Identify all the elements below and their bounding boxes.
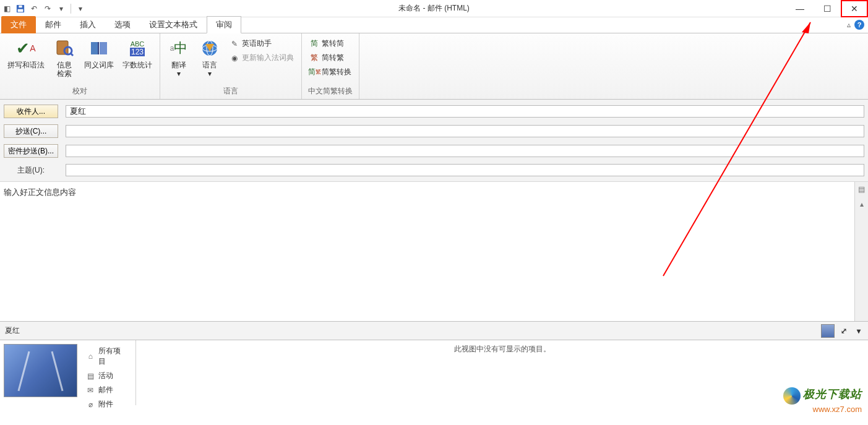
translate-button[interactable]: a中 翻译▾ bbox=[165, 36, 192, 79]
group-proofing: ✔A 拼写和语法 信息 检索 同义词库 ABC123 字数统计 bbox=[0, 33, 160, 99]
cc-button[interactable]: 抄送(C)... bbox=[4, 124, 58, 138]
ribbon-minimize-icon[interactable]: ▵ bbox=[847, 20, 851, 29]
sc-to-tc-button[interactable]: 繁 简转繁 bbox=[307, 51, 354, 64]
undo-icon[interactable]: ↶ bbox=[28, 3, 40, 14]
update-ime-label: 更新输入法词典 bbox=[242, 53, 294, 63]
contact-tabs: ⌂ 所有项目 ▤ 活动 ✉ 邮件 ⌀ 附件 bbox=[82, 344, 132, 401]
help-icon[interactable]: ? bbox=[854, 20, 864, 30]
english-assistant-label: 英语助手 bbox=[242, 38, 272, 49]
group-cjk-label: 中文简繁转换 bbox=[307, 85, 354, 99]
maximize-button[interactable]: ☐ bbox=[814, 0, 841, 17]
to-input[interactable] bbox=[66, 105, 864, 118]
group-language-label: 语言 bbox=[165, 85, 296, 99]
people-pane-content: 此视图中没有可显示的项目。 bbox=[136, 340, 868, 405]
english-assistant-button[interactable]: ✎ 英语助手 bbox=[227, 37, 296, 50]
tab-file[interactable]: 文件 bbox=[1, 16, 36, 33]
ribbon: ✔A 拼写和语法 信息 检索 同义词库 ABC123 字数统计 bbox=[0, 33, 868, 100]
customize-qat-icon[interactable]: ▾ bbox=[75, 3, 86, 14]
contact-avatar bbox=[4, 344, 77, 397]
home-icon: ⌂ bbox=[86, 352, 95, 361]
research-label: 信息 检索 bbox=[57, 61, 72, 78]
sc2tc-icon: 繁 bbox=[309, 53, 319, 63]
contact-thumbnail-small[interactable] bbox=[821, 324, 835, 338]
assist-icon: ✎ bbox=[230, 39, 239, 49]
research-button[interactable]: 信息 检索 bbox=[51, 36, 78, 79]
dropdown-icon[interactable]: ▾ bbox=[56, 3, 67, 14]
expand-icon[interactable]: ⤢ bbox=[838, 325, 849, 337]
cc-input[interactable] bbox=[66, 125, 864, 137]
ruler-icon[interactable]: ▤ bbox=[857, 184, 867, 194]
window-controls: — ☐ ✕ bbox=[786, 0, 868, 17]
tab-mail-items[interactable]: ✉ 邮件 bbox=[82, 383, 132, 397]
cjk-convert-button[interactable]: 简繁 简繁转换 bbox=[307, 66, 354, 79]
close-button[interactable]: ✕ bbox=[841, 0, 868, 17]
activity-label: 活动 bbox=[98, 371, 113, 381]
thesaurus-button[interactable]: 同义词库 bbox=[82, 36, 116, 71]
thesaurus-label: 同义词库 bbox=[84, 61, 114, 69]
tab-insert[interactable]: 插入 bbox=[71, 16, 105, 33]
scroll-up-icon[interactable]: ▴ bbox=[857, 199, 867, 209]
tab-format[interactable]: 设置文本格式 bbox=[140, 16, 207, 33]
watermark: 极光下载站 www.xz7.com bbox=[783, 387, 862, 414]
message-body[interactable]: 输入好正文信息内容 bbox=[0, 182, 854, 321]
svg-rect-2 bbox=[19, 5, 22, 7]
wordcount-button[interactable]: ABC123 字数统计 bbox=[120, 36, 155, 71]
thesaurus-icon bbox=[88, 37, 110, 59]
tc2sc-label: 繁转简 bbox=[322, 38, 344, 49]
attachments-label: 附件 bbox=[98, 399, 113, 410]
activity-icon: ▤ bbox=[86, 372, 95, 380]
language-label: 语言▾ bbox=[202, 61, 217, 78]
people-pane-body: ⌂ 所有项目 ▤ 活动 ✉ 邮件 ⌀ 附件 此视图中没有可显示的项目。 bbox=[0, 340, 868, 405]
group-cjk: 简 繁转简 繁 简转繁 简繁 简繁转换 中文简繁转换 bbox=[302, 33, 359, 99]
minimize-button[interactable]: — bbox=[786, 0, 814, 17]
watermark-title: 极光下载站 bbox=[803, 388, 862, 400]
spelling-icon: ✔A bbox=[15, 37, 37, 59]
tc2sc-icon: 简 bbox=[309, 39, 319, 49]
watermark-logo-icon bbox=[783, 387, 801, 405]
bcc-button[interactable]: 密件抄送(B)... bbox=[4, 144, 58, 158]
to-button[interactable]: 收件人... bbox=[4, 105, 58, 118]
cjk-convert-label: 简繁转换 bbox=[322, 67, 351, 77]
wordcount-label: 字数统计 bbox=[122, 61, 152, 69]
bcc-input[interactable] bbox=[66, 145, 864, 157]
research-icon bbox=[53, 37, 75, 59]
address-fields: 收件人... 抄送(C)... 密件抄送(B)... 主题(U): bbox=[0, 100, 868, 182]
subject-row: 主题(U): bbox=[4, 164, 864, 176]
tab-options[interactable]: 选项 bbox=[105, 16, 140, 33]
tab-attachments[interactable]: ⌀ 附件 bbox=[82, 397, 132, 411]
svg-rect-6 bbox=[91, 42, 98, 54]
body-wrap: 输入好正文信息内容 ▤ ▴ bbox=[0, 182, 868, 322]
tab-review[interactable]: 审阅 bbox=[207, 16, 241, 33]
cc-row: 抄送(C)... bbox=[4, 124, 864, 138]
language-button[interactable]: 语言▾ bbox=[196, 36, 223, 79]
tab-all-items[interactable]: ⌂ 所有项目 bbox=[82, 344, 132, 369]
subject-label: 主题(U): bbox=[4, 165, 58, 176]
empty-message: 此视图中没有可显示的项目。 bbox=[454, 345, 551, 353]
to-row: 收件人... bbox=[4, 105, 864, 118]
translate-label: 翻译▾ bbox=[171, 61, 186, 78]
subject-input[interactable] bbox=[66, 164, 864, 176]
ribbon-tabs: 文件 邮件 插入 选项 设置文本格式 审阅 ▵ ? bbox=[0, 17, 868, 33]
qat-icon[interactable]: ◧ bbox=[1, 3, 12, 14]
group-proofing-label: 校对 bbox=[5, 85, 155, 99]
watermark-url: www.xz7.com bbox=[783, 405, 862, 414]
tab-activity[interactable]: ▤ 活动 bbox=[82, 369, 132, 383]
contact-card: ⌂ 所有项目 ▤ 活动 ✉ 邮件 ⌀ 附件 bbox=[0, 340, 136, 405]
body-sidebar: ▤ ▴ bbox=[854, 182, 868, 321]
all-items-label: 所有项目 bbox=[98, 346, 128, 367]
update-ime-button[interactable]: ◉ 更新输入法词典 bbox=[227, 51, 296, 64]
mail-label: 邮件 bbox=[98, 385, 113, 395]
sc2tc-label: 简转繁 bbox=[322, 53, 344, 63]
tab-mail[interactable]: 邮件 bbox=[36, 16, 71, 33]
svg-rect-7 bbox=[100, 42, 107, 54]
group-language: a中 翻译▾ 语言▾ ✎ 英语助手 ◉ 更新输入法词典 语言 bbox=[160, 33, 302, 99]
spelling-button[interactable]: ✔A 拼写和语法 bbox=[5, 36, 47, 71]
svg-rect-1 bbox=[18, 9, 24, 11]
translate-icon: a中 bbox=[168, 37, 190, 59]
save-icon[interactable] bbox=[15, 3, 26, 14]
attachment-icon: ⌀ bbox=[86, 400, 95, 409]
tc-to-sc-button[interactable]: 简 繁转简 bbox=[307, 37, 354, 50]
redo-icon[interactable]: ↷ bbox=[42, 3, 53, 14]
chevron-down-icon[interactable]: ▾ bbox=[853, 325, 864, 337]
svg-line-5 bbox=[71, 53, 73, 56]
